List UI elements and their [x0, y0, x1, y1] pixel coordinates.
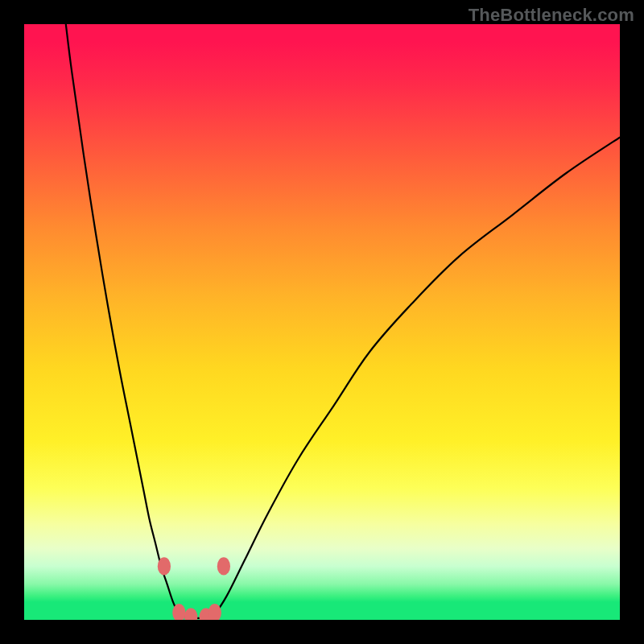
bottleneck-curve — [66, 24, 620, 618]
chart-frame: TheBottleneck.com — [0, 0, 644, 644]
curve-layer — [24, 24, 620, 620]
watermark-text: TheBottleneck.com — [469, 5, 634, 26]
marker-dot — [208, 604, 221, 620]
plot-area — [24, 24, 620, 620]
marker-dot — [158, 557, 171, 575]
marker-dot — [217, 557, 230, 575]
marker-dot — [184, 608, 197, 620]
